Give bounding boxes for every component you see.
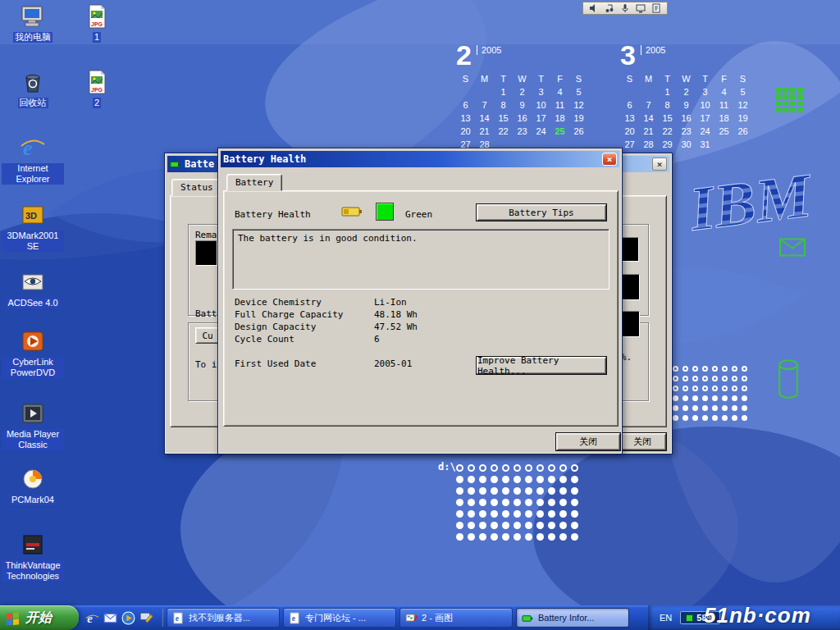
desktop-icon-mpc[interactable]: Media Player Classic xyxy=(2,400,64,450)
dot xyxy=(479,522,486,529)
dot xyxy=(673,405,678,411)
dot xyxy=(571,533,578,541)
calendar-day: 1 xyxy=(494,85,513,98)
close-button[interactable]: × xyxy=(652,158,667,171)
calendar-day: 15 xyxy=(658,112,677,125)
dot xyxy=(536,476,544,483)
dot xyxy=(491,522,498,529)
dot xyxy=(468,499,475,506)
gauge-display xyxy=(622,274,640,300)
dot xyxy=(456,476,463,483)
dot xyxy=(456,510,463,518)
desktop-icon-3dmark[interactable]: 3D3DMark2001 SE xyxy=(2,202,64,252)
start-label: 开始 xyxy=(25,609,52,627)
desktop-icon-pcmark[interactable]: PCMark04 xyxy=(2,466,64,505)
dot-row xyxy=(673,386,751,395)
dot xyxy=(742,395,747,401)
battery-tips-button[interactable]: Battery Tips xyxy=(477,204,606,221)
desktop-icon-my-computer[interactable]: 我的电脑 xyxy=(2,3,64,43)
dot xyxy=(702,376,708,381)
close-window-button[interactable]: 关闭 xyxy=(619,433,666,450)
improve-battery-health-button[interactable]: Improve Battery Health... xyxy=(477,357,606,374)
language-indicator[interactable]: EN xyxy=(660,613,672,623)
dot-row xyxy=(673,395,751,405)
desktop-icon-label: 我的电脑 xyxy=(13,32,52,43)
calendar-day: 16 xyxy=(513,112,532,125)
dot xyxy=(514,522,521,529)
dot xyxy=(468,510,475,518)
desktop-icon-label: Media Player Classic xyxy=(2,429,64,450)
task-button[interactable]: e找不到服务器... xyxy=(167,608,280,628)
dot xyxy=(682,376,688,381)
dot xyxy=(702,405,708,411)
calendar-month-header: 22005 xyxy=(456,41,596,72)
show-desktop-icon[interactable] xyxy=(139,611,153,625)
tab-status[interactable]: Status xyxy=(171,179,222,196)
dialog-titlebar[interactable]: Battery Health × xyxy=(221,151,619,167)
document-icon[interactable] xyxy=(651,3,661,13)
dot xyxy=(682,386,688,391)
dot xyxy=(742,366,747,372)
desktop-file-1[interactable]: JPG1 xyxy=(74,3,120,43)
calendar-year: 2005 xyxy=(477,45,501,55)
dot xyxy=(732,376,737,381)
dots-pattern-right xyxy=(673,366,751,425)
ie-icon: e xyxy=(172,612,185,624)
dot xyxy=(456,487,463,495)
task-button[interactable]: e专门网论坛 - ... xyxy=(283,608,396,628)
condition-textbox: The battery is in good condition. xyxy=(232,229,609,290)
quick-launch: e xyxy=(79,611,160,625)
dot xyxy=(732,415,737,421)
dot xyxy=(673,376,678,381)
watermark: 51nb·com xyxy=(704,603,811,628)
calendar-day: 2 xyxy=(513,85,532,98)
desktop-icon-powerdvd[interactable]: CyberLink PowerDVD xyxy=(2,328,64,378)
svg-text:e: e xyxy=(87,611,93,624)
calendar-day: 10 xyxy=(532,98,550,112)
gauge-display xyxy=(622,311,640,337)
floating-toolbar[interactable] xyxy=(582,2,668,15)
dot xyxy=(502,510,509,518)
outlook-express-icon[interactable] xyxy=(103,611,117,625)
calendar-day: 27 xyxy=(620,138,639,151)
start-button[interactable]: 开始 xyxy=(0,605,79,630)
calendar-day: 30 xyxy=(677,138,696,151)
microphone-icon[interactable] xyxy=(620,3,630,13)
current-settings-button[interactable]: Cu xyxy=(195,327,220,344)
dot xyxy=(732,395,737,401)
acdsee-icon xyxy=(20,269,46,295)
close-button[interactable]: × xyxy=(602,153,617,166)
dot xyxy=(548,476,555,483)
dot xyxy=(491,533,498,541)
tab-battery[interactable]: Battery xyxy=(226,174,282,191)
desktop-icon-ie[interactable]: eInternet Explorer xyxy=(2,135,64,185)
music-note-icon[interactable] xyxy=(605,3,614,13)
dialog-title: Battery Health xyxy=(223,153,306,165)
volume-icon[interactable] xyxy=(589,3,599,13)
task-button[interactable]: Battery Infor... xyxy=(516,608,629,628)
close-dialog-button[interactable]: 关闭 xyxy=(556,433,620,450)
dot xyxy=(491,464,498,472)
dot xyxy=(692,366,698,372)
dot xyxy=(548,487,555,495)
calendar-day xyxy=(714,138,733,151)
calendar-day: 1 xyxy=(658,85,677,98)
desktop-file-2[interactable]: JPG2 xyxy=(74,69,120,108)
field-value: 2005-01 xyxy=(374,358,412,369)
desktop-icon-thinkvantage[interactable]: ThinkVantage Technologies xyxy=(2,532,64,582)
task-button[interactable]: 2 - 画图 xyxy=(399,608,513,628)
calendar-day: 22 xyxy=(494,125,513,138)
calendar-day: 21 xyxy=(639,125,658,138)
dot xyxy=(692,376,698,381)
display-icon[interactable] xyxy=(636,3,646,13)
desktop-icon-recycle-bin[interactable]: 回收站 xyxy=(2,69,64,108)
desktop-icon-acdsee[interactable]: ACDSee 4.0 xyxy=(2,269,64,308)
media-player-icon[interactable] xyxy=(121,611,135,625)
internet-explorer-icon[interactable]: e xyxy=(85,611,99,625)
dot xyxy=(502,476,509,483)
calendar-day: 13 xyxy=(456,112,475,125)
grid-icon xyxy=(774,87,809,115)
calendar-day: 19 xyxy=(569,112,588,125)
task-button-label: 专门网论坛 - ... xyxy=(305,612,366,624)
calendar-day-header: T xyxy=(696,72,714,85)
